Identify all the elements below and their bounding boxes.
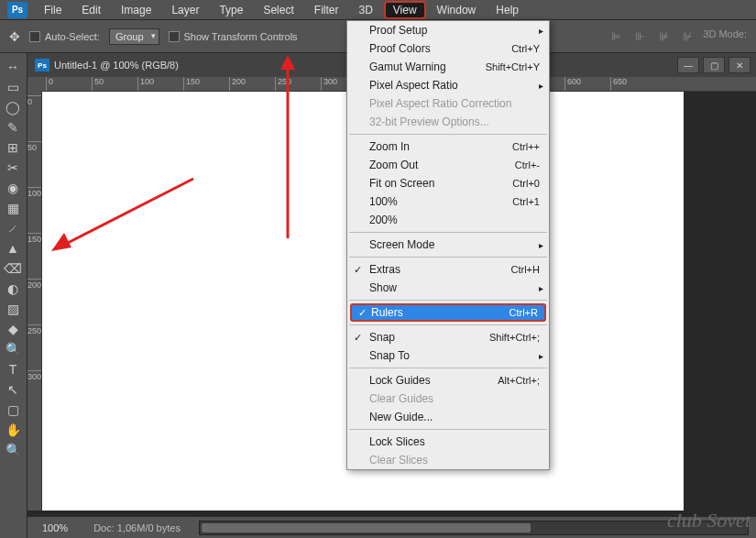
ruler-tick: 200 [229,77,246,92]
menu-item-pixel-aspect-ratio[interactable]: Pixel Aspect Ratio▸ [347,76,549,94]
menu-item-lock-guides[interactable]: Lock GuidesAlt+Ctrl+; [347,371,549,390]
menu-edit[interactable]: Edit [72,1,110,19]
menu-item-snap[interactable]: ✓SnapShift+Ctrl+; [347,328,549,346]
brush-tool[interactable]: ▦ [0,198,26,218]
ps-icon: Ps [35,59,49,71]
shape-tool[interactable]: ▢ [0,400,26,420]
menu-3d[interactable]: 3D [349,1,381,19]
zoom-tool[interactable]: 🔍 [0,440,26,460]
menu-item-label: 32-bit Preview Options... [369,115,489,128]
ruler-tick: 50 [27,141,42,152]
auto-select-checkbox[interactable]: Auto-Select: [29,31,100,42]
menu-item-label: New Guide... [369,411,433,423]
menu-file[interactable]: File [35,1,71,19]
align-icon[interactable]: ⊫ [608,28,624,45]
menu-item-200-[interactable]: 200% [347,211,549,229]
stamp-tool[interactable]: ⟋ [0,218,26,238]
checkbox-icon[interactable] [29,31,40,42]
menu-item-extras[interactable]: ✓ExtrasCtrl+H [347,260,549,279]
vertical-ruler[interactable]: 0 50 100 150 200 250 300 [27,92,42,511]
document-info[interactable]: Doc: 1,06M/0 bytes [93,522,181,533]
check-icon: ✓ [354,264,362,276]
menu-item-zoom-in[interactable]: Zoom InCtrl++ [347,137,549,156]
menu-view[interactable]: View [384,1,426,19]
gradient-tool[interactable]: ◐ [0,279,26,299]
transform-checkbox[interactable]: Show Transform Controls [169,31,298,42]
menu-item-clear-slices: Clear Slices [347,451,549,469]
minimize-button[interactable]: — [677,57,699,73]
menu-item-label: Pixel Aspect Ratio [369,79,458,92]
menu-item-label: Snap To [369,349,410,362]
menu-item-label: Clear Guides [369,392,433,405]
document-tab[interactable]: Ps Untitled-1 @ 100% (RGB/8) [35,59,179,71]
move-tool[interactable]: ↔ [0,57,26,77]
menu-item-lock-slices[interactable]: Lock Slices [347,433,549,451]
menu-bar: Ps File Edit Image Layer Type Select Fil… [0,0,756,20]
ruler-corner [27,77,42,92]
distribute-icon[interactable]: ⊯ [655,28,672,45]
menu-item-new-guide-[interactable]: New Guide... [347,408,549,426]
menu-item-snap-to[interactable]: Snap To▸ [347,346,549,365]
status-bar: 100% Doc: 1,06M/0 bytes [27,516,756,538]
hand-tool[interactable]: ✋ [0,420,26,440]
menu-image[interactable]: Image [112,1,160,19]
menu-select[interactable]: Select [254,1,302,19]
history-brush-tool[interactable]: ▲ [0,238,26,258]
menu-item-label: Screen Mode [369,238,434,251]
menu-item-zoom-out[interactable]: Zoom OutCtrl+- [347,156,549,174]
menu-type[interactable]: Type [210,1,252,19]
type-tool[interactable]: T [0,359,26,379]
lasso-tool[interactable]: ◯ [0,97,26,117]
menu-item-fit-on-screen[interactable]: Fit on ScreenCtrl+0 [347,174,549,192]
maximize-button[interactable]: ▢ [703,57,725,73]
auto-select-label: Auto-Select: [45,31,100,42]
menu-item-gamut-warning[interactable]: Gamut WarningShift+Ctrl+Y [347,58,549,76]
heal-tool[interactable]: ◉ [0,178,26,198]
check-icon: ✓ [358,307,367,319]
dodge-tool[interactable]: ◆ [0,319,26,339]
pen-tool[interactable]: 🔍 [0,339,26,359]
menu-item-label: Gamut Warning [369,60,446,73]
shortcut-label: Ctrl+1 [512,196,540,207]
distribute-icon[interactable]: ⊮ [679,28,696,45]
path-select-tool[interactable]: ↖ [0,379,26,400]
checkbox-icon[interactable] [169,31,180,42]
shortcut-label: Alt+Ctrl+; [498,375,540,386]
eraser-tool[interactable]: ⌫ [0,258,26,279]
ruler-tick: 250 [27,324,42,335]
menu-item-show[interactable]: Show▸ [347,279,549,297]
shortcut-label: Ctrl+Y [511,43,540,54]
group-dropdown[interactable]: Group [109,28,159,45]
menu-item-screen-mode[interactable]: Screen Mode▸ [347,236,549,254]
ruler-tick: 0 [46,77,53,92]
blur-tool[interactable]: ▨ [0,299,26,319]
align-icon[interactable]: ⊪ [631,28,648,45]
submenu-arrow-icon: ▸ [539,283,543,293]
menu-item-proof-setup[interactable]: Proof Setup▸ [347,21,549,39]
menu-item-rulers[interactable]: ✓RulersCtrl+R [350,303,546,322]
menu-filter[interactable]: Filter [305,1,348,19]
menu-item-label: Clear Slices [369,454,428,467]
wand-tool[interactable]: ✎ [0,117,26,137]
scrollbar-thumb[interactable] [202,523,531,533]
menu-item-proof-colors[interactable]: Proof ColorsCtrl+Y [347,39,549,58]
ruler-tick: 150 [27,233,42,244]
shortcut-label: Ctrl+R [509,307,538,318]
marquee-tool[interactable]: ▭ [0,77,26,97]
crop-tool[interactable]: ⊞ [0,137,26,158]
shortcut-label: Ctrl+0 [512,178,540,189]
ruler-tick: 50 [92,77,104,92]
app-logo: Ps [7,2,27,18]
menu-window[interactable]: Window [428,1,486,19]
ruler-tick: 0 [27,95,42,106]
zoom-level[interactable]: 100% [35,521,75,535]
close-button[interactable]: ✕ [729,57,751,73]
menu-layer[interactable]: Layer [162,1,208,19]
eyedropper-tool[interactable]: ✂ [0,158,26,178]
menu-item-100-[interactable]: 100%Ctrl+1 [347,192,549,211]
ruler-tick: 300 [27,370,42,381]
document-title: Untitled-1 @ 100% (RGB/8) [54,60,179,71]
ruler-tick: 300 [321,77,337,92]
ruler-tick: 150 [183,77,200,92]
menu-help[interactable]: Help [487,1,528,19]
